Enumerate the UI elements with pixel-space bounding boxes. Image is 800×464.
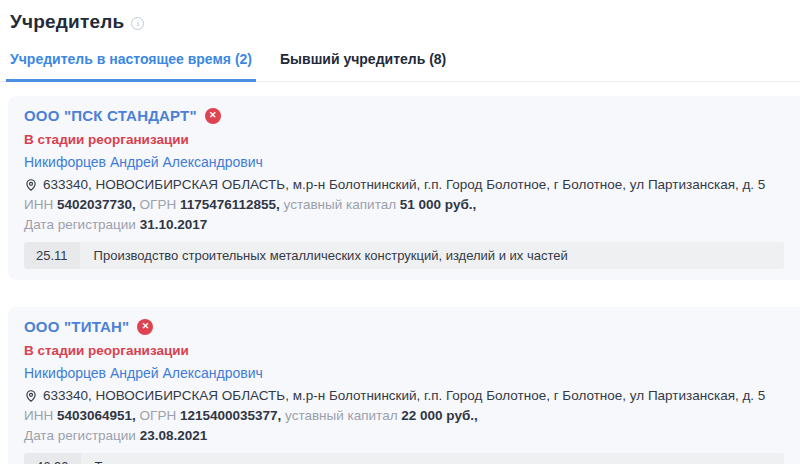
founder-tabs: Учредитель в настоящее время (2) Бывший … bbox=[0, 47, 800, 82]
registration-date-label: Дата регистрации bbox=[24, 217, 136, 232]
capital-label: уставный капитал bbox=[285, 408, 398, 423]
ogrn-value: 1175476112855, bbox=[180, 197, 280, 212]
okved-description: Производство строительных металлических … bbox=[80, 242, 784, 269]
registration-date-label: Дата регистрации bbox=[24, 428, 136, 443]
tab-current-founder[interactable]: Учредитель в настоящее время (2) bbox=[6, 47, 256, 82]
inn-label: ИНН bbox=[24, 197, 53, 212]
address-text: 633340, НОВОСИБИРСКАЯ ОБЛАСТЬ, м.р-н Бол… bbox=[43, 177, 765, 192]
registration-date-value: 31.10.2017 bbox=[140, 217, 208, 232]
reorganization-status: В стадии реорганизации bbox=[24, 132, 784, 147]
company-requisites: ИНН 5403064951, ОГРН 1215400035377, уста… bbox=[24, 407, 784, 425]
inn-value: 5402037730, bbox=[57, 197, 136, 212]
capital-label: уставный капитал bbox=[284, 197, 397, 212]
section-header: Учредитель i bbox=[0, 0, 800, 33]
capital-value: 51 000 руб., bbox=[400, 197, 476, 212]
okved-code: 25.11 bbox=[24, 242, 80, 269]
company-card: ООО "ТИТАН" ✕ В стадии реорганизации Ник… bbox=[8, 307, 800, 464]
founder-person-link[interactable]: Никифорцев Андрей Александрович bbox=[24, 154, 784, 170]
inn-value: 5403064951, bbox=[57, 408, 136, 423]
info-icon[interactable]: i bbox=[131, 17, 144, 30]
company-name-link[interactable]: ООО "ТИТАН" bbox=[24, 318, 129, 335]
reorganization-status: В стадии реорганизации bbox=[24, 343, 784, 358]
ogrn-label: ОГРН bbox=[140, 408, 177, 423]
registration-date-value: 23.08.2021 bbox=[140, 428, 208, 443]
inn-label: ИНН bbox=[24, 408, 53, 423]
liquidation-status-icon: ✕ bbox=[205, 108, 221, 124]
tab-former-founder[interactable]: Бывший учредитель (8) bbox=[276, 47, 450, 82]
location-pin-icon bbox=[24, 178, 38, 192]
company-address: 633340, НОВОСИБИРСКАЯ ОБЛАСТЬ, м.р-н Бол… bbox=[24, 388, 784, 403]
company-card: ООО "ПСК СТАНДАРТ" ✕ В стадии реорганиза… bbox=[8, 96, 800, 280]
company-requisites: ИНН 5402037730, ОГРН 1175476112855, уста… bbox=[24, 196, 784, 214]
page-title: Учредитель bbox=[10, 11, 124, 33]
ogrn-label: ОГРН bbox=[140, 197, 177, 212]
okved-row: 46.90 Торговля оптовая неспециализирован… bbox=[24, 453, 784, 464]
company-title-row: ООО "ПСК СТАНДАРТ" ✕ bbox=[24, 107, 784, 124]
okved-code: 46.90 bbox=[24, 453, 81, 464]
registration-date-row: Дата регистрации 31.10.2017 bbox=[24, 216, 784, 234]
okved-description: Торговля оптовая неспециализированная bbox=[81, 453, 784, 464]
company-name-link[interactable]: ООО "ПСК СТАНДАРТ" bbox=[24, 107, 197, 124]
founder-person-link[interactable]: Никифорцев Андрей Александрович bbox=[24, 365, 784, 381]
location-pin-icon bbox=[24, 389, 38, 403]
capital-value: 22 000 руб., bbox=[401, 408, 477, 423]
company-address: 633340, НОВОСИБИРСКАЯ ОБЛАСТЬ, м.р-н Бол… bbox=[24, 177, 784, 192]
address-text: 633340, НОВОСИБИРСКАЯ ОБЛАСТЬ, м.р-н Бол… bbox=[43, 388, 765, 403]
registration-date-row: Дата регистрации 23.08.2021 bbox=[24, 427, 784, 445]
liquidation-status-icon: ✕ bbox=[137, 319, 153, 335]
ogrn-value: 1215400035377, bbox=[180, 408, 281, 423]
okved-row: 25.11 Производство строительных металлич… bbox=[24, 242, 784, 269]
founder-section: Учредитель i Учредитель в настоящее врем… bbox=[0, 0, 800, 464]
company-title-row: ООО "ТИТАН" ✕ bbox=[24, 318, 784, 335]
